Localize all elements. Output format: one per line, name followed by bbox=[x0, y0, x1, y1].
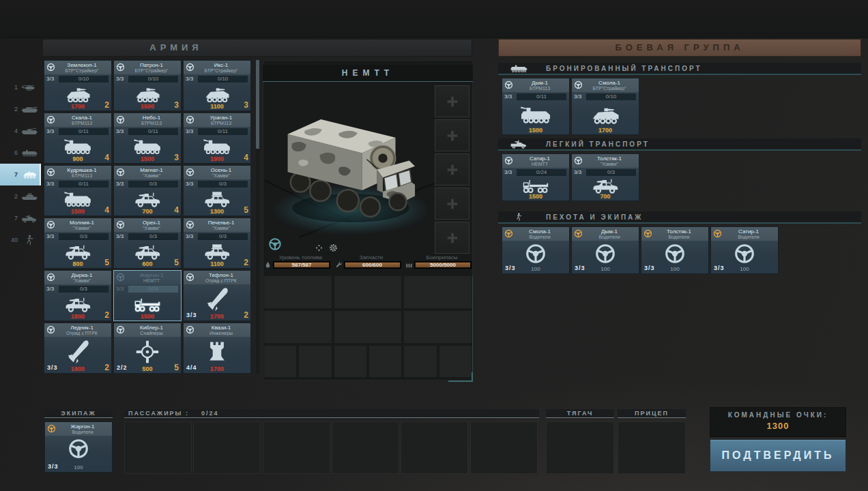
vehicle-3d-preview[interactable] bbox=[265, 83, 437, 255]
crew-count: 3/3 bbox=[574, 169, 581, 175]
passengers-value: 0/24 bbox=[201, 409, 219, 417]
confirm-button[interactable]: ПОДТВЕРДИТЬ bbox=[710, 439, 846, 472]
unit-card[interactable]: Дырка-1"Хамви"3/30/318002 bbox=[44, 270, 112, 321]
unit-card[interactable]: Ураган-1БТРМ1133/30/1119004 bbox=[183, 113, 251, 164]
passenger-slot[interactable] bbox=[470, 421, 538, 474]
unit-type: Отряд с ПТРК bbox=[193, 278, 249, 283]
add-attachment-slot[interactable] bbox=[435, 222, 469, 254]
unit-card[interactable]: Киблер-1Снайперы2/25005 bbox=[113, 323, 182, 374]
cargo-slot[interactable] bbox=[403, 310, 472, 344]
section-label: ПЕХОТА И ЭКИПАЖ bbox=[546, 213, 643, 221]
unit-card[interactable]: Патрон-1БТР"Страйкер"3/30/1015003 bbox=[113, 60, 182, 111]
sidebar-category-soldier[interactable]: 40 bbox=[0, 229, 41, 251]
sidebar-category-ifv[interactable]: 4 bbox=[0, 120, 41, 142]
unit-card[interactable]: Магнат-1"Хамви"3/30/37004 bbox=[113, 165, 182, 216]
unit-price: 1700 bbox=[572, 127, 639, 134]
center-view-icon[interactable] bbox=[315, 243, 323, 252]
unit-card[interactable]: Толстяк-1Водители3/3100 bbox=[641, 226, 709, 274]
unit-price: 1900 bbox=[44, 366, 111, 372]
unit-card[interactable]: Жаргон-1Водители3/3100 bbox=[44, 421, 113, 473]
sidebar-category-mlrs[interactable]: 2 bbox=[0, 185, 41, 207]
cargo-slot-small[interactable] bbox=[368, 345, 402, 378]
unit-card[interactable]: Землекоп-1БТР"Страйкер"3/30/1017002 bbox=[44, 60, 112, 111]
unit-card[interactable]: Жаргон-1HEMTT3/30/241500 bbox=[113, 270, 182, 321]
capacity-bar: 0/11 bbox=[59, 181, 108, 188]
stryker-icon bbox=[122, 86, 173, 104]
settings-gear-icon[interactable] bbox=[328, 243, 338, 253]
capacity-bar: 0/10 bbox=[198, 76, 248, 83]
passenger-slot[interactable] bbox=[332, 421, 399, 474]
cargo-slot-grid bbox=[263, 276, 473, 379]
trailer-slot[interactable] bbox=[618, 421, 686, 474]
unit-card[interactable]: Осень-1"Хамви"3/30/313005 bbox=[183, 165, 251, 216]
sidebar-category-helicopter[interactable]: 1 bbox=[0, 76, 41, 98]
capacity-bar: 0/3 bbox=[198, 181, 248, 188]
top-bar bbox=[0, 0, 868, 38]
passenger-slot[interactable] bbox=[401, 421, 468, 474]
unit-price: 1700 bbox=[184, 366, 250, 372]
category-sidebar: 124672740 bbox=[0, 76, 41, 251]
cargo-slot-small[interactable] bbox=[403, 345, 437, 378]
sidebar-category-pickup[interactable]: 7 bbox=[0, 207, 41, 229]
unit-name: Кудряшка-1 bbox=[54, 167, 110, 173]
passenger-slot[interactable] bbox=[124, 421, 192, 474]
unit-card[interactable]: Икс-1БТР"Страйкер"3/30/1011003 bbox=[183, 60, 251, 111]
unit-card[interactable]: Сатир-1HEMTT3/30/241500 bbox=[502, 153, 570, 201]
section-header: ЛЕГКИЙ ТРАНСПОРТ bbox=[498, 138, 861, 151]
crew-count: 3/3 bbox=[116, 128, 124, 134]
missile-icon bbox=[205, 287, 229, 312]
unit-card[interactable]: Сатир-1Водители3/3100 bbox=[710, 226, 779, 274]
cargo-slot[interactable] bbox=[263, 310, 332, 344]
cargo-slot-small[interactable] bbox=[298, 345, 332, 378]
attachment-slot-column bbox=[435, 85, 469, 256]
unit-card[interactable]: Кудряшка-1БТРМ1133/30/1115004 bbox=[44, 165, 112, 216]
cargo-slot-small[interactable] bbox=[263, 345, 297, 378]
unit-card[interactable]: Смола-1БТР"Страйкер"3/30/101700 bbox=[571, 78, 639, 135]
unit-price: 1700 bbox=[184, 313, 250, 320]
sidebar-category-apc-tracked[interactable]: 6 bbox=[0, 142, 41, 164]
bottom-crew-card-holder: Жаргон-1Водители3/3100 bbox=[44, 421, 113, 473]
unit-card[interactable]: Дым-1Водители3/3100 bbox=[571, 226, 639, 274]
unit-card[interactable]: Тефлон-1Отряд с ПТРК3/317002 bbox=[183, 270, 251, 321]
crosshair-icon bbox=[135, 340, 160, 364]
unit-card[interactable]: Смола-1Водители3/3100 bbox=[502, 226, 570, 274]
cargo-slot-small[interactable] bbox=[439, 345, 472, 378]
unit-card[interactable]: Небо-1БТРМ1133/30/1115003 bbox=[113, 113, 182, 164]
add-attachment-slot[interactable] bbox=[435, 85, 469, 117]
unit-card[interactable]: Толстяк-1"Хамви"3/30/3700 bbox=[571, 153, 639, 201]
sidebar-category-tank[interactable]: 2 bbox=[0, 98, 41, 120]
tow-slot[interactable] bbox=[546, 421, 614, 474]
unit-name: Киблер-1 bbox=[124, 325, 179, 331]
unit-card[interactable]: Дым-1БТРМ1133/30/111500 bbox=[502, 78, 570, 135]
capacity-bar: 0/3 bbox=[59, 286, 108, 293]
unit-card[interactable]: Печенье-1"Хамви"3/30/311002 bbox=[183, 218, 251, 269]
tow-section-title: ТЯГАЧ bbox=[546, 409, 614, 418]
unit-card[interactable]: Орех-1"Хамви"3/30/36005 bbox=[113, 218, 182, 269]
cargo-slot[interactable] bbox=[334, 276, 403, 309]
add-attachment-slot[interactable] bbox=[435, 153, 469, 185]
driver-slot-icon[interactable] bbox=[268, 237, 282, 251]
cargo-slot[interactable] bbox=[334, 310, 403, 344]
add-attachment-slot[interactable] bbox=[435, 188, 469, 220]
passenger-slot[interactable] bbox=[193, 421, 261, 474]
crew-count: 3/3 bbox=[116, 233, 124, 239]
cargo-slot[interactable] bbox=[263, 276, 332, 309]
unit-price: 1500 bbox=[114, 313, 181, 320]
unit-card[interactable]: Молния-1"Хамви"3/30/38005 bbox=[44, 218, 112, 269]
tank-icon bbox=[20, 104, 38, 115]
cargo-slot[interactable] bbox=[403, 276, 472, 309]
unit-card[interactable]: Ледник-1Отряд с ПТРК3/319002 bbox=[44, 323, 112, 374]
unit-card[interactable]: Квази-1Инженеры4/41700 bbox=[183, 323, 251, 374]
preview-tools bbox=[315, 243, 338, 253]
cargo-slot-small[interactable] bbox=[334, 345, 367, 378]
add-attachment-slot[interactable] bbox=[435, 119, 469, 151]
crew-count: 3/3 bbox=[46, 181, 54, 187]
unit-card[interactable]: Скала-1БТРМ1133/30/119004 bbox=[44, 113, 112, 164]
category-count: 7 bbox=[0, 171, 18, 178]
steering-wheel-icon bbox=[525, 243, 547, 265]
passenger-slot[interactable] bbox=[263, 421, 330, 474]
unit-name: Дырка-1 bbox=[54, 272, 110, 278]
sidebar-category-apc-wheeled[interactable]: 7 bbox=[0, 164, 41, 185]
army-scrollbar[interactable] bbox=[256, 60, 259, 374]
scrollbar-thumb[interactable] bbox=[256, 60, 259, 149]
